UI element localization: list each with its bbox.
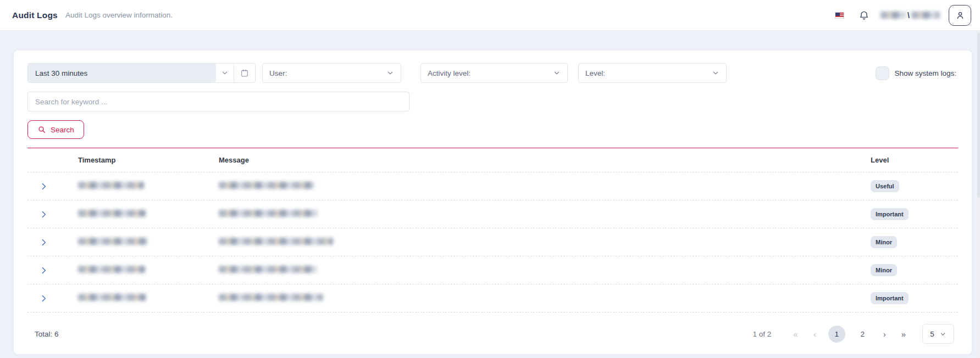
row-message-redacted	[219, 182, 314, 189]
audit-logs-panel: Last 30 minutes User: Activity level: Le…	[14, 51, 972, 354]
page-title: Audit Logs	[12, 10, 58, 20]
chevron-down-icon	[221, 69, 229, 77]
timestamp-column-header: Timestamp	[78, 156, 219, 164]
expand-row-button[interactable]	[27, 294, 48, 303]
user-profile-button[interactable]	[949, 5, 971, 26]
first-page-button[interactable]: «	[793, 329, 798, 339]
row-timestamp-redacted	[78, 182, 144, 189]
expand-row-button[interactable]	[27, 238, 48, 247]
topbar-actions: \	[835, 5, 971, 26]
search-icon	[37, 125, 46, 134]
current-username: \	[881, 11, 940, 20]
us-flag-icon	[835, 12, 844, 19]
chevron-down-icon	[386, 69, 394, 77]
expand-row-button[interactable]	[27, 266, 48, 275]
last-page-button[interactable]: »	[901, 329, 906, 339]
next-page-button[interactable]: ›	[883, 329, 886, 339]
search-input[interactable]	[27, 92, 409, 111]
chevron-down-icon	[939, 331, 946, 338]
topbar: Audit Logs Audit Logs overview informati…	[0, 0, 980, 31]
row-level-badge: Useful	[871, 180, 899, 192]
row-level-badge: Important	[871, 292, 909, 304]
username-domain-redacted	[881, 12, 906, 19]
person-icon	[955, 10, 966, 21]
calendar-icon	[240, 69, 249, 77]
chevron-down-icon	[553, 69, 561, 77]
page-info: 1 of 2	[753, 330, 772, 338]
time-range-select[interactable]: Last 30 minutes	[27, 63, 256, 83]
activity-level-filter-label: Activity level:	[428, 69, 470, 77]
level-filter-label: Level:	[585, 69, 605, 77]
chevron-right-icon	[39, 182, 48, 191]
row-level-badge: Minor	[871, 236, 897, 248]
show-system-logs-checkbox[interactable]	[876, 66, 889, 80]
chevron-down-icon	[712, 69, 719, 77]
search-button[interactable]: Search	[27, 120, 84, 139]
row-level-badge: Important	[871, 208, 909, 220]
page-size-value: 5	[930, 330, 934, 338]
username-name-redacted	[911, 12, 940, 19]
username-separator: \	[907, 11, 910, 20]
total-count: Total: 6	[35, 330, 59, 338]
table-row[interactable]: Important	[27, 284, 958, 312]
chevron-right-icon	[39, 238, 48, 247]
table-row[interactable]: Useful	[27, 172, 958, 200]
time-range-value[interactable]: Last 30 minutes	[28, 64, 216, 82]
search-button-label: Search	[51, 126, 74, 134]
time-range-caret[interactable]	[216, 69, 234, 77]
filter-row: Last 30 minutes User: Activity level: Le…	[27, 63, 958, 83]
chevron-right-icon	[39, 266, 48, 275]
activity-level-filter-select[interactable]: Activity level:	[420, 63, 568, 83]
pagination: 1 of 2 « ‹ 1 2 › » 5	[753, 324, 954, 344]
scrollbar-thumb[interactable]	[977, 33, 980, 198]
row-timestamp-redacted	[78, 266, 145, 273]
table-row[interactable]: Minor	[27, 256, 958, 284]
user-filter-select[interactable]: User:	[262, 63, 401, 83]
calendar-button[interactable]	[234, 69, 255, 77]
page-size-select[interactable]: 5	[922, 324, 954, 344]
row-level-badge: Minor	[871, 264, 897, 276]
table-row[interactable]: Important	[27, 200, 958, 228]
level-filter-select[interactable]: Level:	[578, 63, 727, 83]
row-message-redacted	[219, 210, 318, 217]
table-footer: Total: 6 1 of 2 « ‹ 1 2 › » 5	[27, 323, 958, 345]
user-filter-label: User:	[269, 69, 287, 77]
show-system-logs-label: Show system logs:	[894, 69, 956, 77]
row-timestamp-redacted	[78, 210, 146, 217]
bell-icon	[859, 10, 870, 21]
table-header: Timestamp Message Level	[27, 148, 958, 172]
page-button-2[interactable]: 2	[854, 326, 871, 343]
page-button-1[interactable]: 1	[828, 326, 845, 343]
row-message-redacted	[219, 266, 317, 273]
table-body: Useful Important Minor	[27, 172, 958, 312]
show-system-logs-control: Show system logs:	[876, 66, 956, 80]
table-row[interactable]: Minor	[27, 228, 958, 256]
language-flag-button[interactable]	[835, 12, 844, 19]
chevron-right-icon	[39, 210, 48, 219]
level-column-header: Level	[866, 156, 958, 164]
row-timestamp-redacted	[78, 238, 147, 245]
row-message-redacted	[219, 294, 323, 301]
vertical-scrollbar[interactable]	[977, 31, 980, 358]
prev-page-button[interactable]: ‹	[813, 329, 816, 339]
expand-row-button[interactable]	[27, 210, 48, 219]
row-message-redacted	[219, 238, 333, 245]
message-column-header: Message	[219, 156, 866, 164]
chevron-right-icon	[39, 294, 48, 303]
row-timestamp-redacted	[78, 294, 146, 301]
notifications-button[interactable]	[859, 10, 870, 21]
page-subtitle: Audit Logs overview information.	[65, 11, 173, 19]
expand-row-button[interactable]	[27, 182, 48, 191]
